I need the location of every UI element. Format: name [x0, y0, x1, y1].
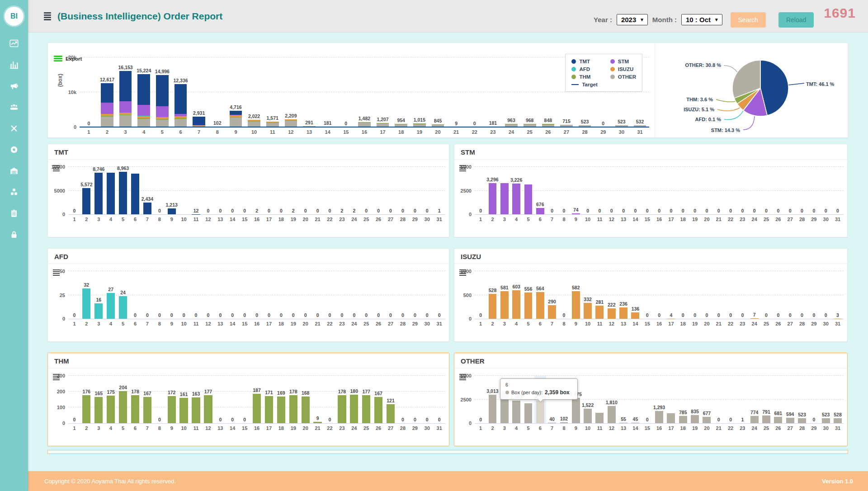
thm-bar[interactable]: [143, 397, 151, 423]
day-column[interactable]: 0: [409, 271, 421, 319]
other-bar[interactable]: [548, 423, 556, 423]
day-column[interactable]: 0: [701, 271, 712, 319]
main-bar[interactable]: [119, 71, 132, 127]
day-column[interactable]: 0: [239, 167, 251, 214]
stm-bar[interactable]: [500, 183, 509, 215]
day-column[interactable]: 0: [385, 271, 397, 319]
isuzu-bar[interactable]: [595, 306, 604, 319]
day-column[interactable]: 0: [701, 167, 712, 214]
day-column[interactable]: 963: [502, 57, 521, 127]
day-column[interactable]: 332: [582, 271, 594, 319]
other-bar[interactable]: [786, 418, 794, 423]
day-column[interactable]: 0: [214, 167, 226, 214]
other-bar[interactable]: [679, 416, 687, 423]
day-column[interactable]: 0: [337, 57, 355, 127]
chart-menu-icon[interactable]: [53, 165, 60, 171]
other-bar[interactable]: [774, 417, 782, 423]
day-column[interactable]: 0: [784, 167, 796, 214]
stm-bar[interactable]: [512, 184, 520, 214]
main-bar[interactable]: [175, 84, 187, 127]
day-column[interactable]: 0: [475, 167, 486, 214]
day-column[interactable]: 0: [275, 167, 287, 214]
day-column[interactable]: 0: [546, 167, 558, 214]
day-column[interactable]: 791: [760, 376, 772, 423]
day-column[interactable]: 3,296: [486, 167, 498, 214]
day-column[interactable]: 0: [226, 376, 239, 423]
day-column[interactable]: 523: [820, 376, 832, 423]
day-column[interactable]: 0: [618, 167, 629, 214]
thm-bar[interactable]: [265, 396, 273, 423]
stm-bar[interactable]: [572, 213, 580, 214]
day-column[interactable]: 523: [796, 376, 808, 423]
day-column[interactable]: 14,996: [153, 57, 172, 127]
day-column[interactable]: 0: [760, 167, 772, 214]
other-bar[interactable]: [631, 423, 639, 423]
isuzu-bar[interactable]: [572, 291, 580, 319]
day-column[interactable]: 171: [263, 376, 275, 423]
day-column[interactable]: 0: [796, 167, 808, 214]
day-column[interactable]: 3: [832, 271, 844, 319]
day-column[interactable]: 0: [373, 167, 385, 214]
thm-bar[interactable]: [302, 397, 310, 423]
day-column[interactable]: 0: [239, 271, 251, 319]
stm-bar[interactable]: [536, 208, 544, 214]
thm-bar[interactable]: [387, 404, 395, 423]
day-column[interactable]: 8,746: [93, 167, 105, 214]
isuzu-bar[interactable]: [631, 312, 639, 319]
day-column[interactable]: 175: [105, 376, 117, 423]
day-column[interactable]: 0: [772, 167, 784, 214]
day-column[interactable]: 5,572: [80, 167, 93, 214]
day-column[interactable]: 1,482: [355, 57, 374, 127]
day-column[interactable]: 74: [570, 167, 582, 214]
thm-bar[interactable]: [82, 395, 90, 423]
other-bar[interactable]: [512, 401, 520, 423]
other-bar[interactable]: [608, 406, 616, 423]
day-column[interactable]: 0: [736, 167, 748, 214]
day-column[interactable]: 24: [117, 271, 129, 319]
day-column[interactable]: 0: [421, 167, 433, 214]
isuzu-bar[interactable]: [512, 290, 520, 319]
day-column[interactable]: 0: [311, 271, 324, 319]
day-column[interactable]: 0: [202, 167, 214, 214]
day-column[interactable]: 236: [618, 271, 629, 319]
day-column[interactable]: 0: [68, 167, 80, 214]
thm-bar[interactable]: [253, 394, 261, 423]
day-column[interactable]: [105, 167, 117, 214]
day-column[interactable]: 0: [749, 167, 760, 214]
day-column[interactable]: 0: [373, 271, 385, 319]
isuzu-bar[interactable]: [548, 305, 556, 319]
main-bar[interactable]: [101, 83, 113, 127]
tmt-bar[interactable]: [94, 173, 103, 214]
day-column[interactable]: 0: [736, 271, 748, 319]
month-select[interactable]: 10 : Oct▾: [681, 14, 722, 25]
day-column[interactable]: 0: [784, 271, 796, 319]
legend-item-afd[interactable]: AFD: [571, 65, 597, 73]
day-column[interactable]: 12,336: [171, 57, 190, 127]
other-bar[interactable]: [655, 411, 663, 423]
day-column[interactable]: [522, 167, 534, 214]
day-column[interactable]: 0: [275, 271, 287, 319]
day-column[interactable]: 2: [336, 167, 348, 214]
thm-bar[interactable]: [192, 397, 200, 423]
day-column[interactable]: 0: [396, 271, 409, 319]
unlink-icon[interactable]: [9, 123, 19, 133]
legend-item-target[interactable]: Target: [571, 80, 597, 88]
isuzu-bar[interactable]: [536, 292, 544, 319]
day-column[interactable]: 15,224: [135, 57, 153, 127]
thm-bar[interactable]: [350, 395, 358, 423]
day-column[interactable]: 0: [725, 271, 736, 319]
day-column[interactable]: 0: [558, 167, 570, 214]
day-column[interactable]: 0: [713, 271, 725, 319]
day-column[interactable]: 1,213: [165, 167, 178, 214]
day-column[interactable]: 102: [208, 57, 226, 127]
other-bar[interactable]: [667, 413, 675, 423]
day-column[interactable]: 0: [760, 271, 772, 319]
day-column[interactable]: 0: [178, 271, 190, 319]
thm-bar[interactable]: [313, 422, 321, 423]
day-column[interactable]: 2,209: [282, 57, 300, 127]
day-column[interactable]: 0: [202, 271, 214, 319]
day-column[interactable]: 0: [129, 271, 142, 319]
day-column[interactable]: 0: [653, 271, 665, 319]
thm-bar[interactable]: [131, 395, 139, 423]
day-column[interactable]: 0: [689, 271, 701, 319]
